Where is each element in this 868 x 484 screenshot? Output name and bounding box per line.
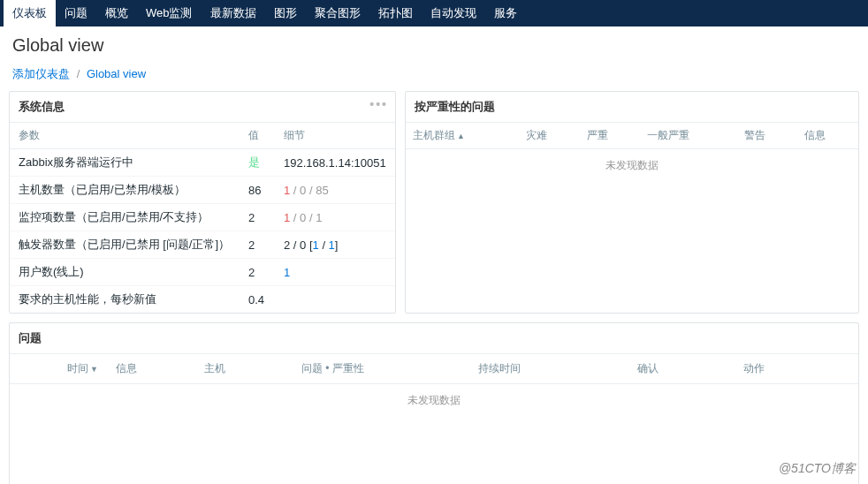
sysinfo-value: 是 (240, 149, 275, 177)
sysinfo-header-value: 值 (240, 123, 275, 149)
nav-item-5[interactable]: 图形 (265, 0, 306, 26)
problems-no-data: 未发现数据 (10, 384, 858, 418)
sysinfo-detail: 2 / 0 [1 / 1] (275, 231, 395, 259)
nav-item-0[interactable]: 仪表板 (4, 0, 56, 26)
severity-header: 一般严重 (640, 123, 737, 149)
sysinfo-param: 主机数量（已启用/已禁用/模板） (10, 177, 240, 204)
nav-item-4[interactable]: 最新数据 (202, 0, 265, 26)
problems-widget-header: 问题 (10, 323, 858, 354)
severity-header: 严重 (580, 123, 641, 149)
problems-table: 时间▼信息主机问题 • 严重性持续时间确认动作 未发现数据 (10, 354, 858, 417)
sysinfo-row: 用户数(线上)21 (10, 259, 395, 286)
sysinfo-row: 要求的主机性能，每秒新值0.4 (10, 286, 395, 314)
breadcrumb-separator: / (77, 67, 80, 80)
sysinfo-value: 2 (240, 259, 275, 286)
nav-item-1[interactable]: 问题 (56, 0, 96, 26)
breadcrumb-current[interactable]: Global view (87, 67, 146, 80)
nav-item-7[interactable]: 拓扑图 (369, 0, 422, 26)
nav-item-3[interactable]: Web监测 (137, 0, 202, 26)
nav-item-6[interactable]: 聚合图形 (306, 0, 369, 26)
sort-arrow-icon: ▼ (90, 365, 98, 374)
sysinfo-detail: 1 / 0 / 1 (275, 204, 395, 231)
nav-item-8[interactable]: 自动发现 (422, 0, 485, 26)
widget-menu-icon[interactable]: ••• (369, 97, 388, 111)
problems-header: 持续时间 (469, 354, 628, 384)
sysinfo-header-param: 参数 (10, 123, 240, 149)
sysinfo-row: 主机数量（已启用/已禁用/模板）861 / 0 / 85 (10, 177, 395, 204)
sysinfo-detail (275, 286, 395, 314)
severity-table: 主机群组▲灾难严重一般严重警告信息 未发现数据 (406, 123, 858, 182)
sort-arrow-icon: ▲ (457, 132, 465, 140)
breadcrumb: 添加仪表盘 / Global view (0, 63, 868, 91)
watermark: @51CTO博客 (779, 461, 856, 477)
problems-header: 确认 (628, 354, 735, 384)
sysinfo-detail: 192.168.1.14:10051 (275, 149, 395, 177)
sysinfo-param: 用户数(线上) (10, 259, 240, 286)
sysinfo-value: 2 (240, 231, 275, 259)
sysinfo-header-detail: 细节 (275, 123, 395, 149)
severity-widget: 按严重性的问题 主机群组▲灾难严重一般严重警告信息 未发现数据 (405, 91, 859, 314)
severity-header: 信息 (797, 123, 858, 149)
nav-item-9[interactable]: 服务 (485, 0, 526, 26)
severity-header: 警告 (737, 123, 798, 149)
sysinfo-widget: 系统信息 ••• 参数 值 细节 Zabbix服务器端运行中是192.168.1… (9, 91, 396, 314)
problems-header: 动作 (735, 354, 858, 384)
problems-header: 主机 (195, 354, 293, 384)
sysinfo-value: 86 (240, 177, 275, 204)
sysinfo-detail: 1 / 0 / 85 (275, 177, 395, 204)
sysinfo-param: Zabbix服务器端运行中 (10, 149, 240, 177)
sysinfo-row: Zabbix服务器端运行中是192.168.1.14:10051 (10, 149, 395, 177)
problems-header[interactable]: 时间▼ (10, 354, 107, 384)
severity-no-data: 未发现数据 (406, 149, 858, 183)
sysinfo-param: 要求的主机性能，每秒新值 (10, 286, 240, 314)
sysinfo-param: 触发器数量（已启用/已禁用 [问题/正常]） (10, 231, 240, 259)
sysinfo-widget-header: 系统信息 ••• (10, 92, 395, 123)
problems-header: 问题 • 严重性 (293, 354, 469, 384)
breadcrumb-add-dashboard[interactable]: 添加仪表盘 (12, 67, 70, 80)
sysinfo-value: 2 (240, 204, 275, 231)
severity-widget-header: 按严重性的问题 (406, 92, 858, 123)
page-title: Global view (0, 26, 868, 63)
sysinfo-detail: 1 (275, 259, 395, 286)
nav-item-2[interactable]: 概览 (96, 0, 137, 26)
sysinfo-param: 监控项数量（已启用/已禁用/不支持） (10, 204, 240, 231)
problems-header: 信息 (107, 354, 195, 384)
sysinfo-value: 0.4 (240, 286, 275, 314)
severity-header[interactable]: 主机群组▲ (406, 123, 519, 149)
problems-widget: 问题 时间▼信息主机问题 • 严重性持续时间确认动作 未发现数据 (9, 322, 859, 484)
severity-header: 灾难 (519, 123, 580, 149)
problems-title: 问题 (19, 331, 42, 344)
sysinfo-title: 系统信息 (19, 100, 65, 113)
sysinfo-table: 参数 值 细节 Zabbix服务器端运行中是192.168.1.14:10051… (10, 123, 395, 313)
severity-title: 按严重性的问题 (415, 100, 495, 113)
main-nav: 仪表板问题概览Web监测最新数据图形聚合图形拓扑图自动发现服务 (0, 0, 868, 26)
sysinfo-row: 监控项数量（已启用/已禁用/不支持）21 / 0 / 1 (10, 204, 395, 231)
sysinfo-row: 触发器数量（已启用/已禁用 [问题/正常]）22 / 0 [1 / 1] (10, 231, 395, 259)
